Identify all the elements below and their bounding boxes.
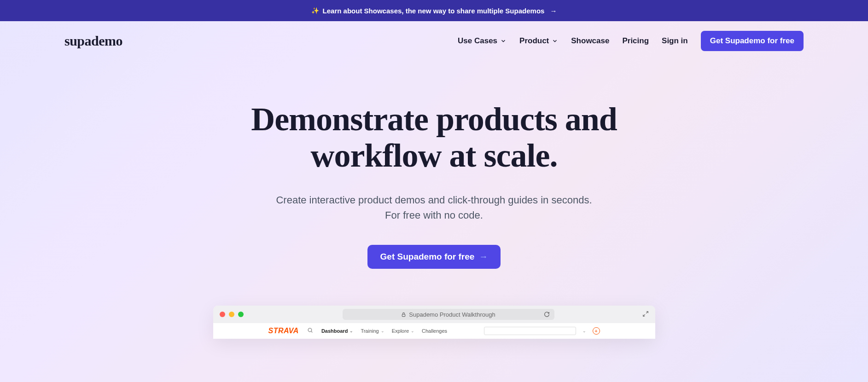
app-nav: Dashboard ⌄ Training ⌄ Explore ⌄ Challen…: [321, 328, 447, 334]
chevron-down-icon: [500, 38, 507, 44]
maximize-window-icon[interactable]: [238, 312, 244, 317]
app-nav-challenges[interactable]: Challenges: [422, 328, 447, 334]
svg-line-2: [643, 314, 645, 316]
primary-nav: Use Cases Product Showcase Pricing Sign …: [458, 31, 804, 51]
app-logo[interactable]: STRAVA: [268, 327, 299, 335]
chevron-down-icon: ⌄: [381, 329, 384, 333]
hero-subtitle: Create interactive product demos and cli…: [9, 192, 859, 223]
hero-title-line1: Demonstrate products and: [251, 101, 617, 138]
hero-cta-label: Get Supademo for free: [380, 252, 475, 262]
nav-pricing[interactable]: Pricing: [622, 36, 649, 46]
arrow-right-icon: →: [550, 7, 557, 15]
app-nav-challenges-label: Challenges: [422, 328, 447, 334]
address-text: Supademo Product Walkthrough: [409, 311, 495, 318]
svg-rect-0: [402, 314, 405, 317]
nav-sign-in[interactable]: Sign in: [662, 36, 688, 46]
browser-chrome: Supademo Product Walkthrough: [213, 306, 655, 323]
brand-logo[interactable]: supademo: [64, 33, 122, 49]
nav-sign-in-label: Sign in: [662, 36, 688, 46]
lock-icon: [401, 312, 406, 317]
nav-pricing-label: Pricing: [622, 36, 649, 46]
chevron-down-icon[interactable]: ⌄: [583, 329, 586, 333]
nav-use-cases-label: Use Cases: [458, 36, 497, 46]
address-bar[interactable]: Supademo Product Walkthrough: [343, 309, 554, 320]
app-nav-explore-label: Explore: [392, 328, 409, 334]
chevron-down-icon: [552, 38, 558, 44]
nav-product[interactable]: Product: [519, 36, 558, 46]
traffic-lights: [220, 312, 244, 317]
svg-point-3: [308, 329, 312, 332]
app-nav-dashboard-label: Dashboard: [321, 328, 348, 334]
chevron-down-icon: ⌄: [411, 329, 414, 333]
svg-line-1: [646, 312, 648, 313]
refresh-icon[interactable]: [544, 312, 550, 318]
nav-product-label: Product: [519, 36, 549, 46]
nav-cta-label: Get Supademo for free: [710, 36, 794, 45]
site-header: supademo Use Cases Product Showcase Pric…: [0, 21, 868, 61]
hero-cta-button[interactable]: Get Supademo for free →: [367, 245, 501, 269]
search-icon[interactable]: [307, 327, 313, 335]
hero-section: Demonstrate products and workflow at sca…: [0, 61, 868, 269]
nav-showcase-label: Showcase: [571, 36, 609, 46]
hero-title-line2: workflow at scale.: [311, 137, 558, 174]
browser-mockup: Supademo Product Walkthrough STRAVA Dash…: [213, 306, 655, 339]
nav-use-cases[interactable]: Use Cases: [458, 36, 507, 46]
hero-sub-line2: For free with no code.: [385, 209, 483, 221]
hero-sub-line1: Create interactive product demos and cli…: [276, 194, 592, 206]
arrow-right-icon: →: [479, 252, 488, 262]
app-nav-right: ⌄ +: [484, 327, 600, 335]
announcement-banner[interactable]: ✨ Learn about Showcases, the new way to …: [0, 0, 868, 21]
nav-showcase[interactable]: Showcase: [571, 36, 609, 46]
nav-cta-button[interactable]: Get Supademo for free: [701, 31, 804, 51]
demo-mockup-container: Supademo Product Walkthrough STRAVA Dash…: [0, 306, 868, 339]
app-nav-dashboard[interactable]: Dashboard ⌄: [321, 328, 353, 334]
sparkle-icon: ✨: [311, 7, 319, 14]
announcement-text: Learn about Showcases, the new way to sh…: [323, 7, 545, 15]
chevron-down-icon: ⌄: [350, 329, 353, 333]
app-nav-explore[interactable]: Explore ⌄: [392, 328, 414, 334]
app-nav-training[interactable]: Training ⌄: [361, 328, 384, 334]
app-nav-training-label: Training: [361, 328, 379, 334]
minimize-window-icon[interactable]: [229, 312, 234, 317]
add-icon[interactable]: +: [593, 327, 600, 335]
svg-line-4: [311, 331, 312, 332]
close-window-icon[interactable]: [220, 312, 225, 317]
hero-title: Demonstrate products and workflow at sca…: [9, 101, 859, 174]
app-search-input[interactable]: [484, 327, 576, 335]
expand-icon[interactable]: [642, 311, 649, 318]
mockup-app-header: STRAVA Dashboard ⌄ Training ⌄ Explore ⌄: [213, 323, 655, 339]
